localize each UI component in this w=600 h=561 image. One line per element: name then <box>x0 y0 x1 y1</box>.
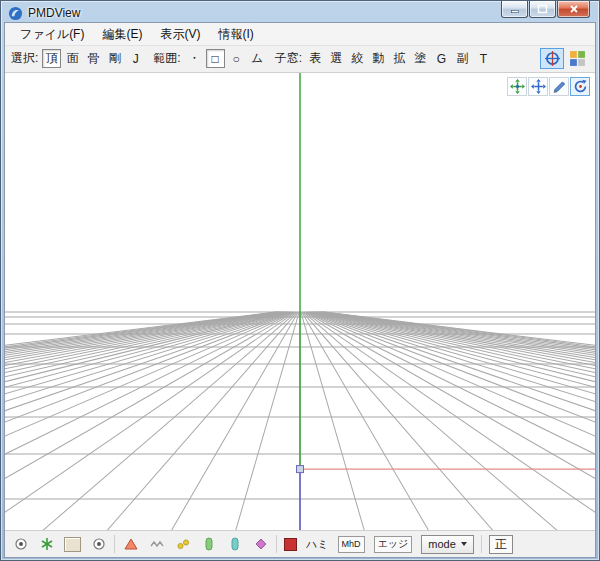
display-toggle-10-button[interactable] <box>252 536 269 552</box>
divider <box>481 535 482 553</box>
subwindow-display[interactable]: 表 <box>306 49 325 68</box>
range-mode-rect[interactable]: □ <box>206 49 225 68</box>
subwindow-motion[interactable]: 動 <box>369 49 388 68</box>
toolbar: 選択: 頂 面 骨 剛 J 範囲: ・ □ ○ ム 子窓: 表 選 絞 動 拡 … <box>5 46 595 73</box>
red-triangle-icon <box>124 537 138 551</box>
display-toggle-4-button[interactable] <box>90 536 107 552</box>
subwindow-t[interactable]: T <box>474 49 493 68</box>
cyan-capsule-icon <box>228 537 242 551</box>
range-group-label: 範囲: <box>153 50 180 67</box>
zigzag-icon <box>150 537 164 551</box>
rotate-view-icon <box>573 79 588 94</box>
range-mode-circle[interactable]: ○ <box>227 49 246 68</box>
select-mode-rigid[interactable]: 剛 <box>105 49 124 68</box>
subwindow-sub[interactable]: 副 <box>453 49 472 68</box>
target-crosshair-icon <box>544 50 561 67</box>
select-group-label: 選択: <box>11 50 38 67</box>
range-mode-poly[interactable]: ム <box>248 49 267 68</box>
mode-dropdown[interactable]: mode <box>421 535 474 554</box>
minimize-button[interactable] <box>501 1 528 18</box>
menu-edit[interactable]: 編集(E) <box>93 23 151 46</box>
menu-view[interactable]: 表示(V) <box>151 23 209 46</box>
maximize-button[interactable] <box>529 1 556 18</box>
display-toggle-1-button[interactable] <box>12 536 29 552</box>
divider <box>276 535 277 553</box>
subwindow-g[interactable]: G <box>432 49 451 68</box>
mode-dropdown-label: mode <box>428 538 456 550</box>
viewport-grid-canvas <box>5 73 595 530</box>
radio-dot-icon <box>14 537 28 551</box>
maximize-icon <box>537 4 548 14</box>
display-toggle-9-button[interactable] <box>226 536 243 552</box>
red-color-swatch[interactable] <box>284 538 297 551</box>
green-star-icon <box>40 537 54 551</box>
front-view-button[interactable]: 正 <box>489 535 513 554</box>
display-toggle-5-button[interactable] <box>122 536 139 552</box>
pen-tool-button[interactable] <box>549 77 569 96</box>
quad-view-button[interactable] <box>565 48 589 69</box>
yellow-dots-icon <box>176 537 190 551</box>
display-toggle-6-button[interactable] <box>148 536 165 552</box>
move-arrows-blue-icon <box>531 79 546 94</box>
edge-toggle-button[interactable]: エッジ <box>374 536 413 553</box>
pen-icon <box>552 79 567 94</box>
display-toggle-7-button[interactable] <box>174 536 191 552</box>
green-capsule-icon <box>202 537 216 551</box>
bottombar: ハミ MhD エッジ mode 正 <box>5 531 595 557</box>
display-toggle-8-button[interactable] <box>200 536 217 552</box>
menu-file[interactable]: ファイル(F) <box>11 23 93 46</box>
menubar: ファイル(F) 編集(E) 表示(V) 情報(I) <box>5 23 595 46</box>
subwindow-expand[interactable]: 拡 <box>390 49 409 68</box>
window-controls <box>500 1 590 18</box>
pan-arrows-green-icon <box>510 79 525 94</box>
divider <box>114 535 115 553</box>
subwindow-group-label: 子窓: <box>275 50 302 67</box>
pmdview-window: PMDView ファイル(F) 編集(E) 表示(V) 情報(I) <box>0 0 600 561</box>
radio-dot-icon <box>92 537 106 551</box>
close-icon <box>569 4 579 14</box>
select-mode-joint[interactable]: J <box>126 49 145 68</box>
mhd-toggle-button[interactable]: MhD <box>338 536 365 553</box>
display-toggle-2-button[interactable] <box>38 536 55 552</box>
select-mode-face[interactable]: 面 <box>63 49 82 68</box>
select-mode-vertex[interactable]: 頂 <box>42 49 61 68</box>
rotate-view-button[interactable] <box>570 77 590 96</box>
minimize-icon <box>510 4 520 14</box>
magenta-diamond-icon <box>254 537 268 551</box>
range-mode-point[interactable]: ・ <box>185 49 204 68</box>
app-icon <box>8 6 23 21</box>
subwindow-filter[interactable]: 絞 <box>348 49 367 68</box>
window-content: ファイル(F) 編集(E) 表示(V) 情報(I) 選択: 頂 面 骨 剛 J … <box>4 22 596 558</box>
target-crosshair-button[interactable] <box>540 48 564 69</box>
3d-viewport[interactable] <box>5 73 595 531</box>
viewport-tools <box>507 77 590 96</box>
pan-view-button[interactable] <box>507 77 527 96</box>
quad-view-icon <box>569 50 586 67</box>
select-mode-bone[interactable]: 骨 <box>84 49 103 68</box>
menu-info[interactable]: 情報(I) <box>209 23 262 46</box>
chevron-down-icon <box>461 542 467 546</box>
subwindow-select[interactable]: 選 <box>327 49 346 68</box>
close-button[interactable] <box>557 1 590 18</box>
window-title: PMDView <box>28 6 80 20</box>
hami-label: ハミ <box>306 537 329 552</box>
move-view-button[interactable] <box>528 77 548 96</box>
display-toggle-3-button[interactable] <box>64 537 81 552</box>
gizmo-group <box>540 48 589 69</box>
subwindow-paint[interactable]: 塗 <box>411 49 430 68</box>
